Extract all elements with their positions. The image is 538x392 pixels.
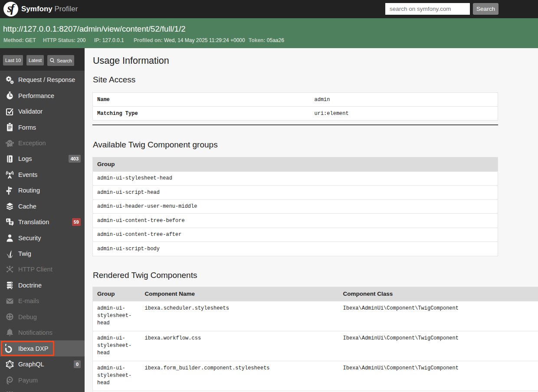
svg-text:a: a (7, 219, 9, 222)
